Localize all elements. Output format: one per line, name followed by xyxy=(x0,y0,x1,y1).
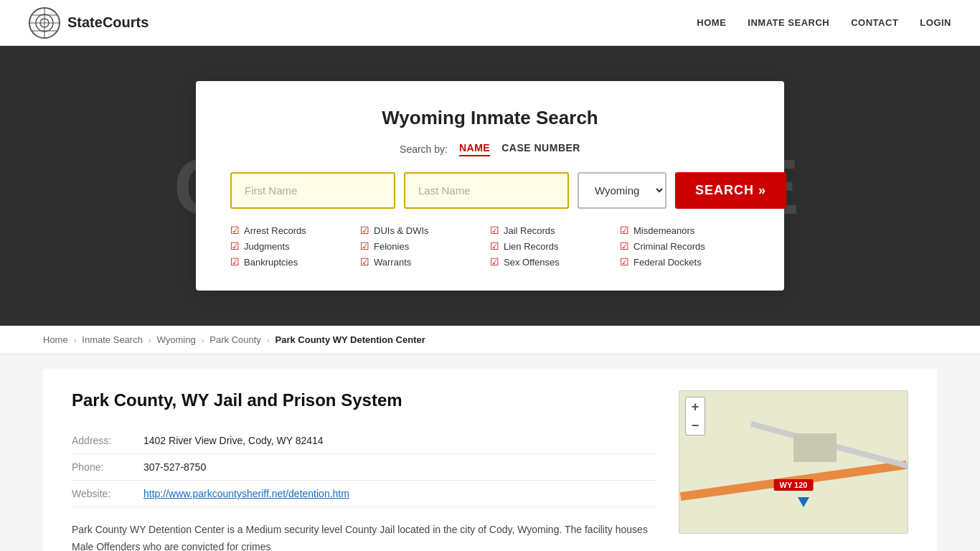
map-pin xyxy=(798,497,809,507)
check-icon: ☑ xyxy=(230,240,240,252)
check-sex-offenses: ☑ Sex Offenses xyxy=(490,256,620,268)
content-card: Park County, WY Jail and Prison System A… xyxy=(43,369,937,551)
tab-name[interactable]: NAME xyxy=(459,142,490,156)
check-icon: ☑ xyxy=(360,225,369,236)
content-right: + − WY 120 xyxy=(679,390,908,551)
check-label: Felonies xyxy=(374,241,409,252)
phone-row: Phone: 307-527-8750 xyxy=(72,454,657,481)
check-criminal-records: ☑ Criminal Records xyxy=(620,240,750,252)
map-zoom-out[interactable]: − xyxy=(686,416,705,435)
check-duis-dwis: ☑ DUIs & DWIs xyxy=(360,225,490,236)
state-select[interactable]: Wyoming Alabama Alaska Arizona Californi… xyxy=(578,172,666,209)
last-name-input[interactable] xyxy=(404,172,569,209)
nav-inmate-search[interactable]: INMATE SEARCH xyxy=(748,17,829,28)
check-icon: ☑ xyxy=(230,256,240,268)
check-judgments: ☑ Judgments xyxy=(230,240,360,252)
check-jail-records: ☑ Jail Records xyxy=(490,225,620,236)
hero-section: COURTHOUSE Wyoming Inmate Search Search … xyxy=(0,46,980,326)
phone-label: Phone: xyxy=(72,454,143,481)
map-zoom-controls: + − xyxy=(685,397,705,435)
breadcrumb-wyoming[interactable]: Wyoming xyxy=(157,334,196,345)
check-felonies: ☑ Felonies xyxy=(360,240,490,252)
check-icon: ☑ xyxy=(490,225,499,236)
check-icon: ☑ xyxy=(490,240,499,252)
address-value: 1402 River View Drive, Cody, WY 82414 xyxy=(143,428,657,454)
nav-contact[interactable]: CONTACT xyxy=(851,17,898,28)
nav-home[interactable]: HOME xyxy=(697,17,726,28)
content-title: Park County, WY Jail and Prison System xyxy=(72,390,657,410)
check-federal-dockets: ☑ Federal Dockets xyxy=(620,256,750,268)
logo-icon xyxy=(29,7,60,39)
search-by-row: Search by: NAME CASE NUMBER xyxy=(230,142,750,156)
check-icon: ☑ xyxy=(620,240,629,252)
map-container: + − WY 120 xyxy=(679,390,908,534)
check-misdemeanors: ☑ Misdemeanors xyxy=(620,225,750,236)
check-icon: ☑ xyxy=(620,256,629,268)
search-button[interactable]: SEARCH » xyxy=(675,172,786,209)
check-warrants: ☑ Warrants xyxy=(360,256,490,268)
website-link[interactable]: http://www.parkcountysheriff.net/detenti… xyxy=(143,488,349,499)
logo-text: StateCourts xyxy=(67,14,149,31)
check-lien-records: ☑ Lien Records xyxy=(490,240,620,252)
info-table: Address: 1402 River View Drive, Cody, WY… xyxy=(72,428,657,507)
main-nav: HOME INMATE SEARCH CONTACT LOGIN xyxy=(697,17,951,28)
check-icon: ☑ xyxy=(360,240,369,252)
search-inputs-row: Wyoming Alabama Alaska Arizona Californi… xyxy=(230,172,750,209)
address-row: Address: 1402 River View Drive, Cody, WY… xyxy=(72,428,657,454)
breadcrumb-current: Park County WY Detention Center xyxy=(275,334,425,345)
check-icon: ☑ xyxy=(230,225,240,236)
map-block xyxy=(793,433,837,462)
check-label: DUIs & DWIs xyxy=(374,225,429,236)
check-label: Judgments xyxy=(244,241,290,252)
breadcrumb: Home › Inmate Search › Wyoming › Park Co… xyxy=(0,326,980,354)
content-description: Park County WY Detention Center is a Med… xyxy=(72,522,657,551)
check-label: Lien Records xyxy=(504,241,559,252)
nav-login[interactable]: LOGIN xyxy=(920,17,951,28)
breadcrumb-sep: › xyxy=(267,336,270,344)
website-label: Website: xyxy=(72,481,143,507)
address-label: Address: xyxy=(72,428,143,454)
first-name-input[interactable] xyxy=(230,172,395,209)
check-label: Arrest Records xyxy=(244,225,306,236)
breadcrumb-sep: › xyxy=(74,336,77,344)
check-arrest-records: ☑ Arrest Records xyxy=(230,225,360,236)
checks-grid: ☑ Arrest Records ☑ DUIs & DWIs ☑ Jail Re… xyxy=(230,225,750,268)
map-road-label: WY 120 xyxy=(774,479,814,491)
search-card-title: Wyoming Inmate Search xyxy=(230,107,750,129)
check-label: Bankruptcies xyxy=(244,257,298,268)
website-row: Website: http://www.parkcountysheriff.ne… xyxy=(72,481,657,507)
check-label: Criminal Records xyxy=(633,241,705,252)
check-label: Misdemeanors xyxy=(633,225,694,236)
breadcrumb-sep: › xyxy=(149,336,151,344)
check-bankruptcies: ☑ Bankruptcies xyxy=(230,256,360,268)
check-label: Sex Offenses xyxy=(504,257,560,268)
header: StateCourts HOME INMATE SEARCH CONTACT L… xyxy=(0,0,980,46)
check-icon: ☑ xyxy=(620,225,629,236)
check-icon: ☑ xyxy=(490,256,499,268)
content-section: Park County, WY Jail and Prison System A… xyxy=(0,354,980,551)
breadcrumb-park-county[interactable]: Park County xyxy=(209,334,261,345)
logo-link[interactable]: StateCourts xyxy=(29,7,149,39)
check-label: Jail Records xyxy=(504,225,555,236)
breadcrumb-sep: › xyxy=(202,336,204,344)
check-label: Warrants xyxy=(374,257,411,268)
breadcrumb-inmate-search[interactable]: Inmate Search xyxy=(82,334,143,345)
map-zoom-in[interactable]: + xyxy=(686,397,705,416)
content-left: Park County, WY Jail and Prison System A… xyxy=(72,390,657,551)
tab-case-number[interactable]: CASE NUMBER xyxy=(501,142,580,156)
check-label: Federal Dockets xyxy=(633,257,702,268)
check-icon: ☑ xyxy=(360,256,369,268)
website-value: http://www.parkcountysheriff.net/detenti… xyxy=(143,481,657,507)
phone-value: 307-527-8750 xyxy=(143,454,657,481)
breadcrumb-home[interactable]: Home xyxy=(43,334,68,345)
search-by-label: Search by: xyxy=(400,143,448,155)
search-card: Wyoming Inmate Search Search by: NAME CA… xyxy=(196,81,784,291)
